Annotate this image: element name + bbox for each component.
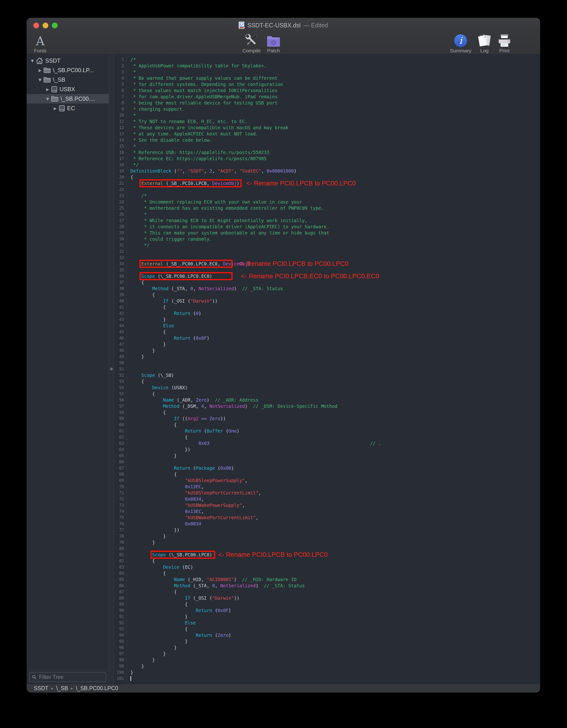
code-text[interactable]: Scope (\_SB.PC00.LPC0.EC0)<- Rename PCI0… [126, 273, 540, 279]
sidebar-item-sbpc00[interactable]: ▼\_SB.PC00.... [27, 94, 109, 104]
code-text[interactable]: { [126, 570, 540, 576]
patch-button[interactable]: Patch [258, 33, 289, 54]
code-text[interactable]: } [126, 663, 540, 669]
code-text[interactable]: } [126, 347, 540, 354]
code-text[interactable]: Name (_HID, "ACID0001") // _HID: Hardwar… [126, 576, 540, 583]
code-text[interactable]: { [126, 558, 540, 564]
code-text[interactable]: { [126, 626, 540, 632]
code-text[interactable]: * Reference USB: https://applelife.ru/po… [126, 149, 540, 155]
code-text[interactable]: Scope (\_SB) [126, 372, 540, 378]
disclosure-open-icon[interactable]: ▼ [30, 59, 35, 63]
code-text[interactable]: { [126, 422, 540, 428]
code-text[interactable]: 0x03 // . [126, 440, 540, 446]
code-text[interactable]: * See the disable code below. [126, 137, 540, 143]
code-text[interactable] [126, 545, 540, 552]
code-text[interactable] [126, 254, 540, 261]
code-text[interactable]: * Uncomment replacing EC0 with your own … [126, 199, 540, 205]
code-text[interactable]: { [126, 601, 540, 607]
code-text[interactable]: 0x0834 [126, 521, 540, 527]
code-text[interactable]: Return (0) [126, 310, 540, 316]
code-text[interactable]: */ [126, 162, 540, 168]
code-text[interactable]: * This can make your system unbootable a… [126, 230, 540, 236]
sidebar-item-ssdt[interactable]: ▼SSDT [27, 56, 109, 65]
code-text[interactable]: "kUSBWakePortCurrentLimit", [126, 514, 540, 521]
sidebar-item-ec[interactable]: ▶EC [27, 104, 109, 113]
code-text[interactable]: { [126, 589, 540, 595]
code-text[interactable]: If ((Arg2 == Zero)) [126, 415, 540, 422]
code-text[interactable]: External (_SB_.PC00.LPC0.EC0, DeviceObj)… [126, 261, 540, 267]
code-text[interactable]: * for different systems. Depending on th… [126, 81, 540, 87]
code-text[interactable]: * for com.apple.driver.AppleUSBMergeNub.… [126, 94, 540, 100]
code-text[interactable]: } [126, 341, 540, 347]
code-text[interactable]: } [126, 638, 540, 644]
code-text[interactable]: */ [126, 242, 540, 248]
code-text[interactable]: DefinitionBlock ("", "SSDT", 2, "ACDT", … [126, 168, 540, 174]
code-text[interactable]: Scope (\_SB.PC00.LPC0)<- Rename PCI0.LPC… [126, 552, 540, 558]
code-text[interactable]: } [126, 669, 540, 675]
disclosure-open-icon[interactable]: ▼ [38, 78, 42, 82]
code-text[interactable]: } [126, 316, 540, 323]
title-bar[interactable]: SSDT-EC-USBX.dsl — Edited [27, 18, 540, 32]
code-text[interactable]: * could trigger randomly. [126, 236, 540, 242]
code-text[interactable]: "kUSBSleepPortCurrentLimit", [126, 490, 540, 496]
split-divider[interactable] [109, 55, 114, 684]
code-text[interactable]: } [126, 651, 540, 657]
code-text[interactable]: External (_SB_.PCI0.LPCB, DeviceObj)<- R… [126, 180, 540, 186]
code-text[interactable]: 0x0834, [126, 496, 540, 502]
filter-tree-input[interactable] [39, 674, 104, 681]
code-text[interactable]: }) [126, 446, 540, 453]
code-text[interactable]: { [126, 434, 540, 440]
code-text[interactable] [126, 248, 540, 254]
sidebar-item-usbx[interactable]: ▶USBX [27, 85, 109, 94]
code-text[interactable]: * charging support. [126, 106, 540, 112]
breadcrumb-item[interactable]: \_SB.PC00.LPC0 [76, 685, 118, 692]
code-text[interactable]: } [126, 644, 540, 651]
code-text[interactable]: * these values must match injected IOKit… [126, 87, 540, 94]
code-text[interactable]: } [126, 533, 540, 539]
code-text[interactable] [126, 366, 540, 372]
fonts-button[interactable]: AFonts [27, 33, 56, 54]
code-text[interactable]: { [126, 378, 540, 384]
print-button[interactable]: Print [489, 33, 520, 54]
code-text[interactable]: } [126, 453, 540, 459]
sidebar-item-sb[interactable]: ▼\_SB [27, 75, 109, 85]
code-text[interactable] [126, 267, 540, 273]
code-text[interactable]: { [126, 471, 540, 477]
code-text[interactable]: Else [126, 620, 540, 626]
code-text[interactable]: Return (Zero) [126, 632, 540, 638]
code-text[interactable]: /* [126, 56, 540, 63]
disclosure-open-icon[interactable]: ▼ [45, 97, 50, 101]
code-text[interactable]: { [126, 409, 540, 415]
code-text[interactable]: * at any time. AppleACPIEC kext must NOT… [126, 131, 540, 137]
code-text[interactable]: Return (Package (0x08) [126, 465, 540, 471]
code-text[interactable]: Else [126, 323, 540, 329]
code-text[interactable] [126, 186, 540, 193]
code-editor[interactable]: 1/*2 * AppleUsbPower compatibility table… [114, 55, 540, 684]
code-text[interactable]: * Try NOT to rename EC0, H_EC, etc. to E… [126, 118, 540, 125]
code-text[interactable]: "kUSBSleepPowerSupply", [126, 477, 540, 484]
code-text[interactable]: { [126, 391, 540, 397]
code-text[interactable]: { [126, 304, 540, 310]
disclosure-closed-icon[interactable]: ▶ [45, 87, 50, 92]
breadcrumb-item[interactable]: \_SB [56, 685, 68, 692]
code-text[interactable]: } [126, 657, 540, 663]
code-text[interactable]: { [126, 292, 540, 298]
code-text[interactable]: Device (EC) [126, 564, 540, 570]
code-text[interactable]: /* [126, 193, 540, 199]
code-text[interactable]: "kUSBWakePowerSupply", [126, 502, 540, 508]
code-text[interactable]: * While renaming EC0 to EC might potenti… [126, 217, 540, 224]
code-text[interactable]: { [126, 329, 540, 335]
code-text[interactable]: * [126, 112, 540, 118]
code-text[interactable]: Return (0x0F) [126, 607, 540, 613]
filter-tree-field[interactable] [29, 672, 106, 682]
disclosure-closed-icon[interactable]: ▶ [38, 68, 42, 73]
code-text[interactable]: { [126, 279, 540, 285]
code-text[interactable]: Return (0x0F) [126, 335, 540, 341]
code-text[interactable] [126, 675, 540, 682]
code-text[interactable]: * [126, 211, 540, 217]
code-text[interactable]: } [126, 539, 540, 545]
code-text[interactable]: * Reference EC: https://applelife.ru/pos… [126, 155, 540, 162]
code-text[interactable]: * AppleUsbPower compatibility table for … [126, 63, 540, 69]
code-text[interactable] [126, 459, 540, 465]
code-text[interactable]: * Be warned that power supply values can… [126, 75, 540, 81]
